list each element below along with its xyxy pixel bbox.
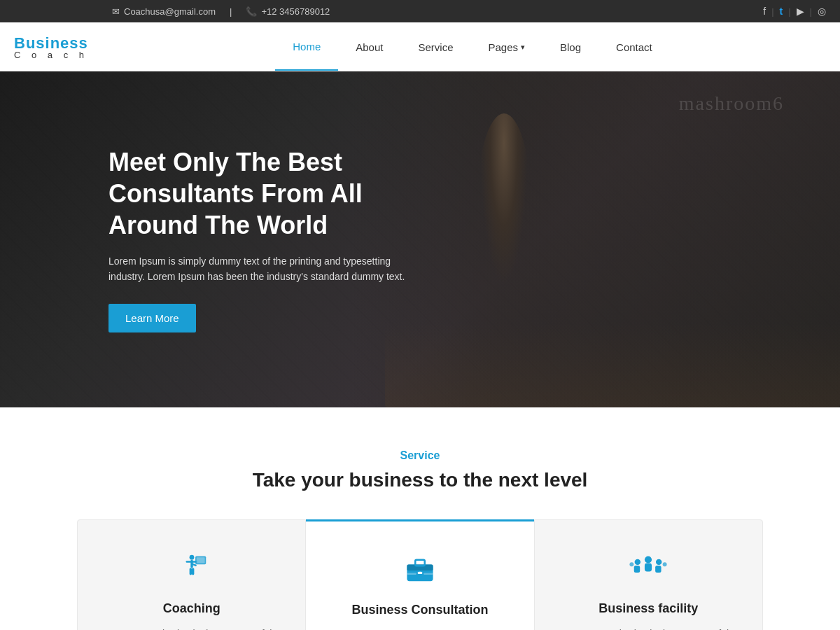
person1-silhouette bbox=[476, 113, 532, 309]
hero-description: Lorem Ipsum is simply dummy text of the … bbox=[108, 253, 406, 285]
separator: | bbox=[230, 6, 232, 17]
facility-title: Business facility bbox=[556, 601, 741, 616]
logo-subtitle: C o a c h bbox=[14, 50, 119, 60]
hero-photo-area: mashroom6 bbox=[350, 71, 840, 407]
services-title: Take your business to the next level bbox=[14, 469, 826, 491]
svg-rect-19 bbox=[655, 566, 661, 573]
hero-content: Meet Only The Best Consultants From All … bbox=[0, 146, 406, 333]
consultation-title: Business Consultation bbox=[327, 603, 512, 617]
youtube-link[interactable]: ▶ bbox=[797, 6, 804, 17]
team-icon bbox=[556, 548, 741, 590]
svg-point-20 bbox=[630, 562, 634, 566]
nav-about[interactable]: About bbox=[338, 24, 400, 70]
coaching-desc: Lorem Ipsum is simply dummy text of the … bbox=[99, 626, 284, 630]
twitter-link[interactable]: t bbox=[780, 6, 783, 17]
nav-pages[interactable]: Pages ▾ bbox=[470, 24, 542, 70]
email-text: Coachusa@gmail.com bbox=[124, 6, 216, 17]
wall-sign: mashroom6 bbox=[679, 92, 784, 115]
svg-rect-10 bbox=[415, 560, 425, 566]
nav-blog[interactable]: Blog bbox=[542, 24, 598, 70]
nav-home[interactable]: Home bbox=[275, 24, 338, 71]
logo: Business C o a c h bbox=[14, 34, 119, 60]
consultation-desc: Lorem Ipsum is simply dummy text of the … bbox=[327, 627, 512, 630]
hero-table bbox=[385, 323, 840, 407]
phone-text: +12 3456789012 bbox=[261, 6, 330, 17]
coaching-title: Coaching bbox=[99, 601, 284, 616]
sep2: | bbox=[788, 6, 790, 17]
envelope-icon: ✉ bbox=[112, 6, 120, 17]
svg-rect-0 bbox=[189, 555, 194, 560]
facility-desc: Lorem Ipsum is simply dummy text of the … bbox=[556, 626, 741, 630]
svg-rect-13 bbox=[424, 573, 433, 575]
nav-service[interactable]: Service bbox=[400, 24, 470, 70]
hero-section: mashroom6 Meet Only The Best Consultants… bbox=[0, 71, 840, 407]
learn-more-button[interactable]: Learn More bbox=[108, 304, 196, 332]
coaching-card: Coaching Lorem Ipsum is simply dummy tex… bbox=[77, 519, 306, 630]
nav-contact[interactable]: Contact bbox=[598, 24, 670, 70]
services-label: Service bbox=[14, 449, 826, 462]
svg-point-14 bbox=[645, 556, 652, 563]
presenter-icon bbox=[99, 548, 284, 590]
svg-rect-6 bbox=[189, 568, 191, 575]
sep1: | bbox=[771, 6, 774, 17]
svg-point-16 bbox=[635, 559, 640, 565]
svg-rect-15 bbox=[645, 564, 652, 572]
pages-dropdown-icon: ▾ bbox=[521, 43, 525, 52]
header: Business C o a c h Home About Service Pa… bbox=[0, 22, 840, 71]
svg-rect-7 bbox=[192, 568, 194, 575]
phone-icon: 📞 bbox=[246, 6, 257, 17]
svg-rect-17 bbox=[634, 566, 640, 573]
facility-card: Business facility Lorem Ipsum is simply … bbox=[534, 519, 763, 630]
main-nav: Home About Service Pages ▾ Blog Contact bbox=[119, 24, 826, 71]
briefcase-icon bbox=[327, 550, 512, 592]
facebook-link[interactable]: f bbox=[763, 6, 766, 17]
services-cards: Coaching Lorem Ipsum is simply dummy tex… bbox=[77, 519, 763, 630]
sep3: | bbox=[810, 6, 812, 17]
svg-point-18 bbox=[656, 559, 662, 565]
services-section: Service Take your business to the next l… bbox=[0, 407, 840, 630]
top-bar: ✉ Coachusa@gmail.com | 📞 +12 3456789012 … bbox=[0, 0, 840, 22]
consultation-card: Business Consultation Lorem Ipsum is sim… bbox=[306, 519, 533, 630]
svg-rect-4 bbox=[196, 557, 204, 563]
svg-rect-12 bbox=[407, 573, 416, 575]
svg-point-21 bbox=[663, 562, 667, 566]
instagram-link[interactable]: ◎ bbox=[818, 6, 826, 17]
hero-title: Meet Only The Best Consultants From All … bbox=[108, 146, 406, 241]
svg-rect-11 bbox=[418, 572, 423, 574]
